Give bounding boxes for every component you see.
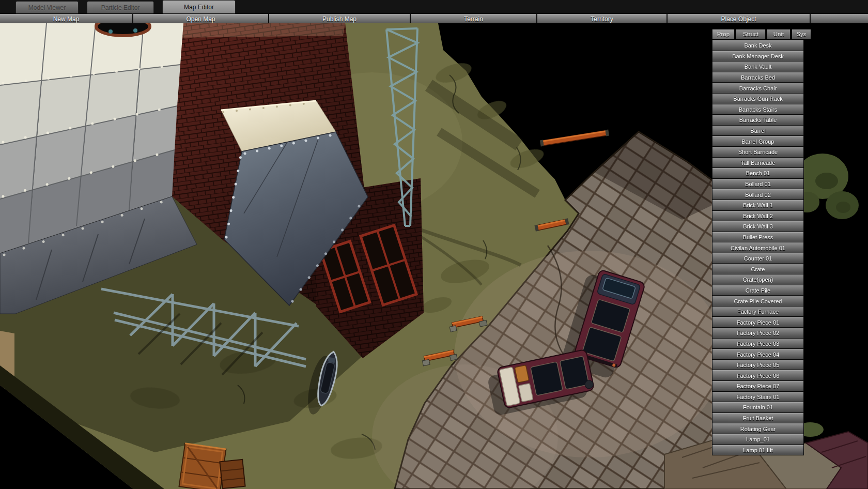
territory-button[interactable]: Territory xyxy=(537,14,668,24)
object-list-item[interactable]: Factory Furnace xyxy=(712,307,803,317)
tab-model-viewer[interactable]: Model Viewer xyxy=(16,1,79,13)
object-list-item[interactable]: Lamp 01 Lit xyxy=(712,445,803,456)
place-object-button[interactable]: Place Object xyxy=(668,14,811,24)
object-list-item[interactable]: Factory Piece 05 xyxy=(712,360,803,371)
object-list-item[interactable]: Factory Piece 03 xyxy=(712,339,803,349)
wooden-crate[interactable] xyxy=(179,444,226,489)
object-list-item[interactable]: Bollard 01 xyxy=(712,179,803,190)
object-list-item[interactable]: Crate Pile xyxy=(712,285,803,296)
object-list-item[interactable]: Bullet Press xyxy=(712,232,803,243)
object-list-item[interactable]: Fruit Basket xyxy=(712,413,803,424)
map-viewport[interactable]: Prop Struct Unit Sys Bank DeskBank Manag… xyxy=(0,23,868,489)
object-list-item[interactable]: Barrel xyxy=(712,126,803,136)
object-list-item[interactable]: Bank Desk xyxy=(712,40,803,51)
palette-tab-unit[interactable]: Unit xyxy=(767,29,791,39)
object-list-item[interactable]: Factory Piece 04 xyxy=(712,349,803,360)
new-map-button[interactable]: New Map xyxy=(0,14,133,24)
object-list-item[interactable]: Bank Vault xyxy=(712,62,803,72)
object-palette: Prop Struct Unit Sys Bank DeskBank Manag… xyxy=(712,29,811,455)
wooden-crate-small[interactable] xyxy=(220,460,245,488)
object-list-item[interactable]: Lamp_01 xyxy=(712,434,803,445)
object-list-item[interactable]: Fountain 01 xyxy=(712,402,803,413)
object-list-item[interactable]: Counter 01 xyxy=(712,253,803,264)
object-list-item[interactable]: Barracks Gun Rack xyxy=(712,94,803,104)
object-list: Bank DeskBank Manager DeskBank VaultBarr… xyxy=(712,40,804,455)
publish-map-button[interactable]: Publish Map xyxy=(269,14,411,24)
object-list-item[interactable]: Short Barricade xyxy=(712,147,803,158)
map-toolbar: New Map Open Map Publish Map Terrain Ter… xyxy=(0,14,868,24)
palette-tab-struct[interactable]: Struct xyxy=(736,29,766,39)
object-list-item[interactable]: Tall Barricade xyxy=(712,158,803,169)
tab-particle-editor[interactable]: Particle Editor xyxy=(87,1,154,13)
object-list-item[interactable]: Bollard 02 xyxy=(712,189,803,200)
palette-tab-prop[interactable]: Prop xyxy=(712,29,735,39)
object-list-item[interactable]: Crate Pile Covered xyxy=(712,296,803,307)
object-list-item[interactable]: Factory Piece 07 xyxy=(712,381,803,392)
rooftop-vent[interactable] xyxy=(96,23,150,36)
object-list-item[interactable]: Brick Wall 3 xyxy=(712,221,803,232)
object-list-item[interactable]: Factory Piece 02 xyxy=(712,328,803,339)
object-list-item[interactable]: Factory Stairs 01 xyxy=(712,392,803,403)
palette-tab-bar: Prop Struct Unit Sys xyxy=(712,29,811,39)
object-list-item[interactable]: Barracks Stairs xyxy=(712,104,803,115)
editor-tab-bar: Model Viewer Particle Editor Map Editor xyxy=(0,0,868,14)
terrain-button[interactable]: Terrain xyxy=(411,14,537,24)
object-list-item[interactable]: Bank Manager Desk xyxy=(712,51,803,62)
palette-tab-sys[interactable]: Sys xyxy=(792,29,811,39)
object-list-item[interactable]: Brick Wall 2 xyxy=(712,211,803,222)
object-list-item[interactable]: Barrel Group xyxy=(712,136,803,147)
object-list-item[interactable]: Barracks Bed xyxy=(712,72,803,83)
object-list-item[interactable]: Factory Piece 01 xyxy=(712,317,803,328)
object-list-item[interactable]: Crate(open) xyxy=(712,274,803,285)
object-list-item[interactable]: Civilan Automobile 01 xyxy=(712,242,803,253)
toolbar-filler xyxy=(811,14,868,24)
object-list-item[interactable]: Barracks Chair xyxy=(712,83,803,94)
open-map-button[interactable]: Open Map xyxy=(133,14,269,24)
object-list-item[interactable]: Rotating Gear xyxy=(712,423,803,434)
object-list-item[interactable]: Barracks Table xyxy=(712,115,803,126)
tab-map-editor[interactable]: Map Editor xyxy=(162,0,236,13)
object-list-item[interactable]: Bench 01 xyxy=(712,168,803,179)
object-list-item[interactable]: Brick Wall 1 xyxy=(712,200,803,211)
object-list-item[interactable]: Crate xyxy=(712,264,803,274)
object-list-item[interactable]: Factory Piece 06 xyxy=(712,370,803,381)
